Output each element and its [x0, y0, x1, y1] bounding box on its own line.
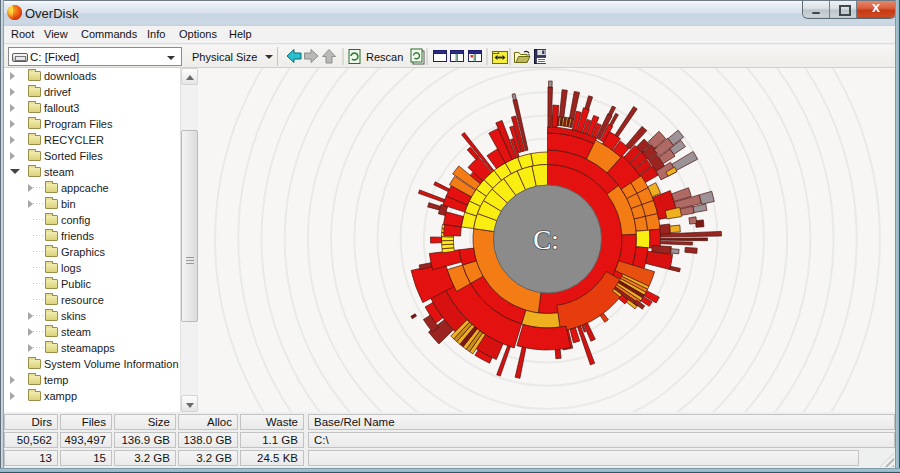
svg-text:C:: C: — [533, 225, 559, 255]
